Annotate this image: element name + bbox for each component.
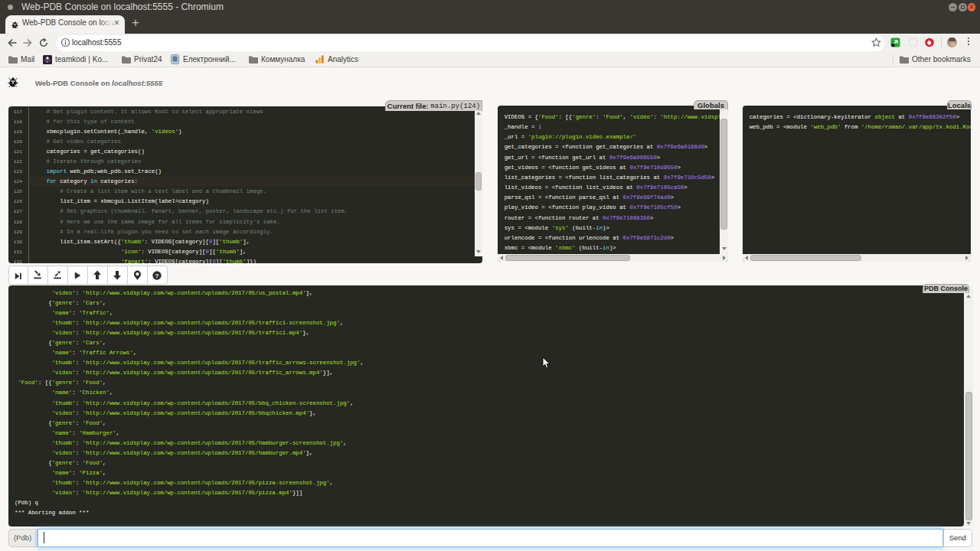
svg-text:?: ? xyxy=(155,272,159,279)
